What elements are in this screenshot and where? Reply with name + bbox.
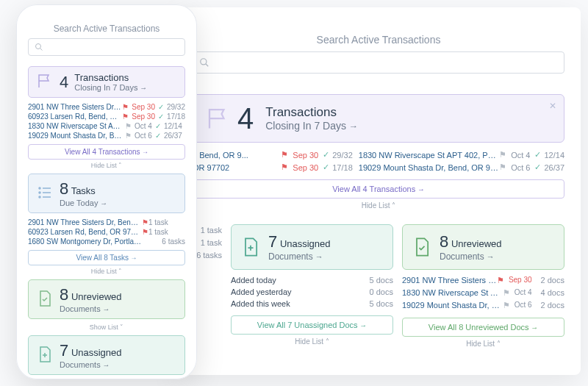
flag-icon: ⚑ [499, 150, 506, 160]
flag-icon: ⚑ [122, 112, 129, 121]
hide-list-button[interactable]: Hide List ˄ [231, 337, 393, 346]
unassigned-card[interactable]: 7 Unassigned Documents [231, 224, 393, 270]
flag-icon: ⚑ [122, 103, 129, 111]
list-item[interactable]: 1830 NW Riverscape St APT 402, P...⚑Oct … [402, 287, 564, 299]
transactions-card[interactable]: 4 TransactionsClosing In 7 Days [28, 66, 185, 98]
flag-icon: ⚑ [281, 162, 288, 172]
search-title: Search Active Transactions [193, 34, 564, 46]
show-list-button[interactable]: Show List ˅ [28, 324, 185, 331]
search-icon [35, 43, 43, 51]
document-plus-icon [240, 237, 261, 257]
transactions-list: r, Bend, OR 9...⚑Sep 30✓29/32 OR 97702⚑S… [193, 149, 564, 174]
unreviewed-card[interactable]: 8 Unreviewed Documents [402, 224, 564, 270]
transactions-subtitle: Closing In 7 Days [265, 120, 358, 132]
document-check-icon [36, 290, 54, 310]
search-field[interactable] [214, 57, 558, 68]
hide-list-button[interactable]: Hide List ˄ [193, 201, 564, 210]
list-item[interactable]: Added yesterday0 docs [231, 286, 393, 298]
search-title: Search Active Transactions [28, 24, 185, 34]
flag-icon: ⚑ [142, 228, 148, 236]
transaction-row[interactable]: OR 97702⚑Sep 30✓17/18 [193, 161, 353, 174]
search-input[interactable] [28, 38, 185, 56]
transaction-row[interactable]: 60923 Larsen Rd, Bend, OR 97702⚑Sep 30✓1… [28, 112, 185, 121]
list-icon [36, 184, 54, 204]
search-input[interactable] [193, 51, 564, 74]
list-item[interactable]: 19029 Mount Shasta Dr, Bend, OR 9...⚑Oct… [402, 299, 564, 312]
svg-line-1 [206, 64, 209, 67]
unassigned-card[interactable]: 7 UnassignedDocuments [28, 335, 185, 375]
flag-icon [36, 72, 54, 92]
view-all-transactions-button[interactable]: View All 4 Transactions [193, 179, 564, 199]
transactions-count: 4 [237, 104, 254, 133]
list-item[interactable]: Added today5 docs [231, 274, 393, 286]
flag-icon: ⚑ [497, 276, 504, 285]
chevron-up-icon: ˄ [497, 340, 501, 348]
task-row[interactable]: 2901 NW Three Sisters Dr, Bend, OR 97703… [28, 218, 185, 227]
cards-row: ⚑1 task ⚑1 task 2016 tasks 7 Unassigned … [193, 224, 564, 348]
task-row[interactable]: 60923 Larsen Rd, Bend, OR 97702⚑1 task [28, 227, 185, 237]
transaction-row[interactable]: 1830 NW Riverscape St APT 402, Port...⚑O… [359, 149, 564, 161]
svg-point-4 [39, 187, 40, 189]
transaction-row[interactable]: 1830 NW Riverscape St APT 402, P...⚑Oct … [28, 121, 185, 131]
view-all-tasks-button[interactable]: View All 8 Tasks [28, 250, 185, 265]
unreviewed-card[interactable]: 8 UnreviewedDocuments [28, 279, 185, 319]
transaction-row[interactable]: 19029 Mount Shasta Dr, Bend, OR 977...⚑O… [359, 161, 564, 174]
transaction-row[interactable]: r, Bend, OR 9...⚑Sep 30✓29/32 [193, 149, 353, 161]
hide-list-button[interactable]: Hide List ˄ [28, 268, 185, 275]
hide-list-button[interactable]: Hide List ˄ [402, 340, 564, 348]
svg-line-3 [40, 49, 43, 51]
flag-icon: ⚑ [125, 132, 132, 140]
flag-icon: ⚑ [499, 162, 506, 172]
svg-point-0 [201, 59, 207, 65]
svg-point-2 [36, 44, 41, 49]
view-all-transactions-button[interactable]: View All 4 Transactions [28, 144, 185, 160]
flag-icon: ⚑ [142, 218, 148, 226]
list-item[interactable]: 2901 NW Three Sisters Dr, Bend, O...⚑Sep… [402, 274, 564, 287]
document-plus-icon [36, 346, 54, 365]
transaction-row[interactable]: 19029 Mount Shasta Dr, Bend, OR 9...⚑Oct… [28, 131, 185, 140]
flag-icon [205, 105, 232, 132]
transactions-card[interactable]: ✕ 4 Transactions Closing In 7 Days [193, 94, 564, 143]
chevron-up-icon: ˄ [392, 201, 395, 210]
search-icon [199, 57, 209, 68]
transaction-row[interactable]: 2901 NW Three Sisters Dr, Bend, O...⚑Sep… [28, 102, 185, 112]
view-all-unreviewed-button[interactable]: View All 8 Unreviewed Docs [402, 318, 564, 337]
list-item[interactable]: Added this week5 docs [231, 298, 393, 310]
close-icon[interactable]: ✕ [549, 101, 556, 111]
flag-icon: ⚑ [503, 301, 510, 310]
svg-point-8 [39, 196, 40, 198]
flag-icon: ⚑ [503, 288, 510, 298]
mobile-panel: Search Active Transactions 4 Transaction… [16, 4, 197, 379]
desktop-panel: Search Active Transactions ✕ 4 Transacti… [176, 7, 581, 375]
chevron-up-icon: ˄ [326, 337, 329, 346]
chevron-up-icon: ˄ [118, 162, 122, 169]
transactions-title: Transactions [265, 105, 358, 120]
flag-icon: ⚑ [281, 150, 288, 160]
svg-point-6 [39, 192, 40, 193]
document-check-icon [412, 237, 432, 257]
view-all-unassigned-button[interactable]: View All 7 Unassigned Docs [231, 315, 393, 335]
task-row[interactable]: 1680 SW Montgomery Dr, Portland, OR 9720… [28, 237, 185, 246]
tasks-card[interactable]: 8 TasksDue Today [28, 174, 185, 213]
flag-icon: ⚑ [125, 122, 132, 130]
chevron-down-icon: ˅ [120, 324, 123, 331]
chevron-up-icon: ˄ [118, 268, 122, 275]
hide-list-button[interactable]: Hide List ˄ [28, 162, 185, 169]
